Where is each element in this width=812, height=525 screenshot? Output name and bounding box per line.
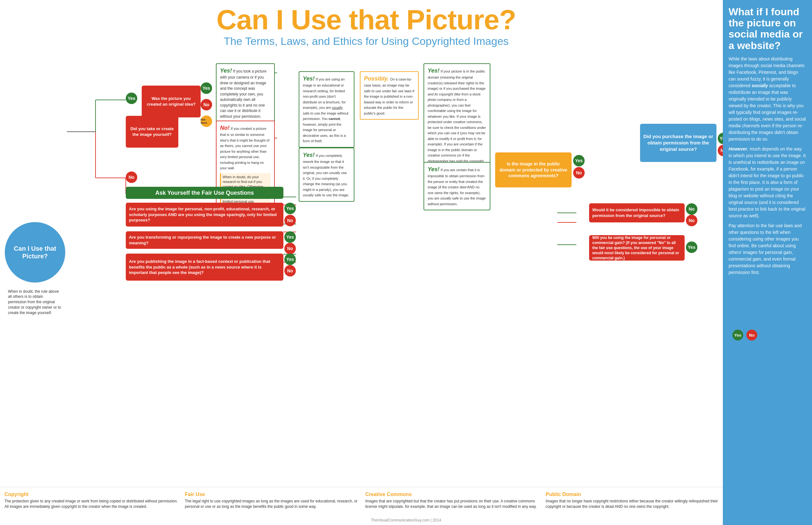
footer: Copyright The protection given to any cr… bbox=[0, 487, 812, 525]
original-yes: Yes bbox=[201, 82, 212, 94]
footer-credit: TheVisualCommunicationGuy.com | 2014 bbox=[371, 518, 441, 523]
yes-original-panel: Yes! If you took a picture with your cam… bbox=[216, 63, 275, 123]
right-sidebar: What if I found the picture on social me… bbox=[723, 0, 812, 525]
personal-gain-yes: Yes bbox=[686, 241, 697, 253]
educational-yes-panel: Yes! If you are using an image in an edu… bbox=[299, 71, 354, 148]
fair-use-q3-text: Are you publishing the image in a fact-b… bbox=[129, 259, 280, 275]
did-you-take-text: Did you take or create the image yoursel… bbox=[129, 126, 175, 137]
personal-gain-box: Will you be using the image for personal… bbox=[589, 235, 685, 260]
footer-creative-commons: Creative Commons Images that are copyrig… bbox=[365, 492, 539, 521]
public-domain-question-box: Is the image in the public domain or pro… bbox=[495, 152, 571, 188]
rework-yes-text: If you completely rework the image so th… bbox=[303, 154, 349, 197]
header-title: Can I Use that Picture? bbox=[10, 6, 723, 34]
yes-certain-text: If you are certain that it is impossible… bbox=[427, 168, 485, 206]
pd-question-text: Is the image in the public domain or pro… bbox=[498, 161, 568, 179]
sidebar-para-2: However, much depends on the way in whic… bbox=[728, 146, 806, 219]
purchase-text: Did you purchase the image or obtain per… bbox=[643, 133, 713, 153]
q3-yes: Yes bbox=[284, 254, 296, 265]
pd-yes: Yes bbox=[573, 155, 585, 166]
q3-no: No bbox=[284, 265, 296, 276]
original-no: No bbox=[201, 99, 212, 110]
q1-no: No bbox=[284, 215, 296, 226]
impossible-yes: No bbox=[686, 203, 697, 215]
left-panel: Can I Use that Picture? When in doubt, t… bbox=[0, 50, 64, 487]
yes-original-text: If you took a picture with your camera o… bbox=[220, 69, 266, 119]
impossible-box: Would it be considered impossible to obt… bbox=[589, 203, 685, 222]
doubt-text: When in doubt, the rule above all others… bbox=[6, 289, 64, 316]
creative-commons-text: Images that are copyrighted but that the… bbox=[365, 499, 539, 510]
footer-public-domain: Public Domain Images that no longer have… bbox=[546, 492, 720, 521]
edu-yes-label: Yes! bbox=[303, 75, 315, 82]
main-circle-text: Can I Use that Picture? bbox=[8, 245, 62, 260]
fair-use-footer-title: Fair Use bbox=[185, 492, 359, 497]
purchase-no-circle: No bbox=[746, 330, 757, 341]
main-yes-circle: Yes bbox=[126, 93, 137, 104]
sidebar-para-1: While the laws about distributing images… bbox=[728, 56, 806, 142]
fair-use-title: Ask Yourself the Fair Use Questions bbox=[155, 189, 254, 197]
rework-yes-label: Yes! bbox=[303, 152, 315, 158]
q2-yes: Yes bbox=[284, 231, 296, 243]
possibly-label: Possibly. bbox=[364, 75, 389, 82]
q2-no: No bbox=[284, 243, 296, 254]
sidebar-body: While the laws about distributing images… bbox=[728, 56, 806, 276]
yes-certain-label: Yes! bbox=[427, 166, 439, 172]
personal-gain-text: Will you be using the image for personal… bbox=[592, 235, 681, 261]
original-idea-box: Was the picture you created an original … bbox=[142, 86, 201, 117]
fair-use-q2-text: Are you transforming or repurposing the … bbox=[129, 235, 280, 246]
yes-label-1: Yes! bbox=[220, 68, 232, 74]
footer-copyright: Copyright The protection given to any cr… bbox=[4, 492, 179, 521]
q1-yes: Yes bbox=[284, 203, 296, 214]
impossible-no: No bbox=[686, 215, 697, 226]
yes-pd-label: Yes! bbox=[427, 68, 439, 74]
content-area: Can I Use that Picture? When in doubt, t… bbox=[0, 50, 812, 487]
did-you-purchase-box: Did you purchase the image or obtain per… bbox=[640, 124, 716, 162]
sidebar-para-3: Pay attention to the fair use laws and o… bbox=[728, 222, 806, 276]
copyright-title: Copyright bbox=[4, 492, 179, 497]
no-label-1: No! bbox=[220, 125, 230, 131]
impossible-text: Would it be considered impossible to obt… bbox=[592, 207, 681, 218]
fair-use-banner: Ask Yourself the Fair Use Questions bbox=[126, 187, 284, 199]
header: Can I Use that Picture? The Terms, Laws,… bbox=[0, 0, 812, 50]
possibly-panel: Possibly. On a case-by-case basis, an im… bbox=[360, 71, 419, 120]
creative-commons-title: Creative Commons bbox=[365, 492, 539, 497]
purchase-yes-circle: Yes bbox=[733, 330, 743, 341]
fair-use-q1-text: Are you using the image for personal, no… bbox=[129, 206, 280, 223]
fair-use-q1-box: Are you using the image for personal, no… bbox=[126, 203, 284, 227]
original-idea-text: Was the picture you created an original … bbox=[145, 96, 198, 107]
sidebar-title: What if I found the picture on social me… bbox=[728, 6, 806, 51]
no-copied-text: If you created a picture that is so simi… bbox=[220, 126, 270, 170]
infographic-wrapper: Did you take or create the image yoursel… bbox=[67, 54, 720, 487]
main-container: What if I found the picture on social me… bbox=[0, 0, 812, 525]
flowchart: Did you take or create the image yoursel… bbox=[64, 50, 723, 487]
possibly-text: On a case-by-case basis, an image may be… bbox=[364, 77, 414, 115]
pd-no: No bbox=[573, 167, 585, 179]
main-question-circle: Can I Use that Picture? bbox=[5, 222, 65, 283]
yes-certain-panel: Yes! If you are certain that it is impos… bbox=[423, 162, 490, 210]
footer-fair-use: Fair Use The legal right to use copyrigh… bbox=[185, 492, 359, 521]
header-subtitle: The Terms, Laws, and Ethics for Using Co… bbox=[10, 35, 723, 47]
original-not-sure: Not Sure bbox=[201, 116, 212, 127]
public-domain-footer-title: Public Domain bbox=[546, 492, 720, 497]
reworked-yes-panel: Yes! If you completely rework the image … bbox=[299, 148, 354, 202]
fair-use-footer-text: The legal right to use copyrighted image… bbox=[185, 499, 359, 510]
fair-use-q3-box: Are you publishing the image in a fact-b… bbox=[126, 254, 284, 281]
copyright-text: The protection given to any created imag… bbox=[4, 499, 179, 510]
fair-use-q2-box: Are you transforming or repurposing the … bbox=[126, 231, 284, 249]
public-domain-footer-text: Images that no longer have copyright res… bbox=[546, 499, 720, 510]
main-no-circle: No bbox=[126, 171, 137, 183]
edu-yes-text: If you are using an image in an educatio… bbox=[303, 77, 348, 143]
did-you-take-box: Did you take or create the image yoursel… bbox=[126, 116, 178, 148]
